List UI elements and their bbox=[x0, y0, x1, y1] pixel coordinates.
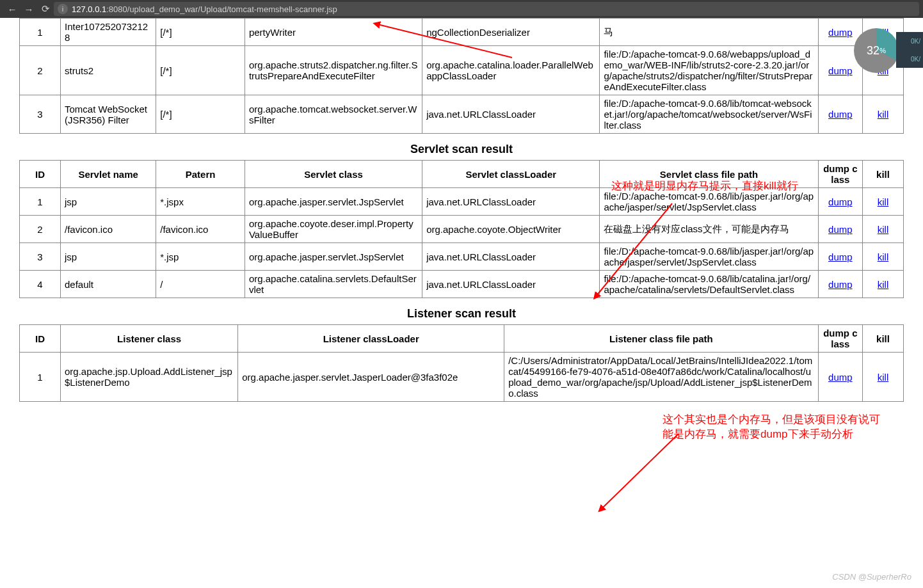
cell-loader: org.apache.catalina.loader.ParallelWebap… bbox=[422, 46, 600, 95]
table-row: 1 Inter1072520732128 [/*] pertyWriter ng… bbox=[20, 19, 904, 46]
cell-loader: org.apache.jasper.servlet.JasperLoader@3… bbox=[238, 353, 504, 402]
col-header: dump class bbox=[818, 161, 862, 188]
cell-kill: kill bbox=[863, 188, 904, 216]
cell-class: org.apache.coyote.deser.impl.PropertyVal… bbox=[245, 216, 422, 243]
table-row: 4 default / org.apache.catalina.servlets… bbox=[20, 271, 904, 298]
network-gauge: 32% bbox=[854, 28, 899, 73]
cell-class: org.apache.jsp.Upload.AddListener_jsp$Li… bbox=[60, 353, 237, 402]
cell-class: pertyWriter bbox=[245, 19, 422, 46]
kill-link[interactable]: kill bbox=[878, 196, 889, 207]
info-icon[interactable]: i bbox=[58, 4, 68, 14]
cell-pattern: [/*] bbox=[156, 46, 245, 95]
speed-indicator: 0K/0K/ bbox=[896, 32, 923, 68]
col-header: Servlet class bbox=[245, 161, 422, 188]
table-row: 3 jsp *.jsp org.apache.jasper.servlet.Js… bbox=[20, 243, 904, 271]
cell-class: org.apache.jasper.servlet.JspServlet bbox=[245, 243, 422, 271]
cell-name: default bbox=[60, 271, 156, 298]
dump-link[interactable]: dump bbox=[828, 224, 853, 235]
cell-path: 马 bbox=[600, 19, 818, 46]
col-header: Listener class bbox=[60, 325, 237, 353]
col-header: Servlet classLoader bbox=[422, 161, 600, 188]
cell-path: file:/D:/apache-tomcat-9.0.68/lib/catali… bbox=[600, 271, 818, 298]
cell-id: 3 bbox=[20, 243, 61, 271]
cell-path: /C:/Users/Administrator/AppData/Local/Je… bbox=[504, 353, 819, 402]
cell-id: 2 bbox=[20, 216, 61, 243]
listener-section-title: Listener scan result bbox=[19, 307, 904, 321]
cell-class: org.apache.struts2.dispatcher.ng.filter.… bbox=[245, 46, 422, 95]
col-header: Patern bbox=[156, 161, 245, 188]
cell-pattern: / bbox=[156, 271, 245, 298]
kill-link[interactable]: kill bbox=[878, 251, 889, 262]
kill-link[interactable]: kill bbox=[878, 279, 889, 290]
cell-path: 在磁盘上没有对应class文件，可能是内存马 bbox=[600, 216, 818, 243]
cell-name: struts2 bbox=[60, 46, 156, 95]
cell-loader: ngCollectionDeserializer bbox=[422, 19, 600, 46]
cell-class: org.apache.tomcat.websocket.server.WsFil… bbox=[245, 95, 422, 134]
col-header: ID bbox=[20, 325, 61, 353]
cell-kill: kill bbox=[863, 95, 904, 134]
forward-button[interactable]: → bbox=[20, 4, 37, 15]
dump-link[interactable]: dump bbox=[828, 251, 853, 262]
cell-id: 4 bbox=[20, 271, 61, 298]
dump-link[interactable]: dump bbox=[828, 196, 853, 207]
cell-dump: dump bbox=[818, 95, 862, 134]
filter-table: 1 Inter1072520732128 [/*] pertyWriter ng… bbox=[19, 18, 904, 134]
address-bar[interactable]: i 127.0.0.1:8080/upload_demo_war/Upload/… bbox=[54, 2, 919, 16]
cell-pattern: [/*] bbox=[156, 19, 245, 46]
dump-link[interactable]: dump bbox=[828, 109, 853, 120]
cell-kill: kill bbox=[863, 271, 904, 298]
cell-dump: dump bbox=[818, 216, 862, 243]
cell-path: file:/D:/apache-tomcat-9.0.68/lib/jasper… bbox=[600, 243, 818, 271]
cell-dump: dump bbox=[818, 353, 862, 402]
table-row: 3 Tomcat WebSocket (JSR356) Filter [/*] … bbox=[20, 95, 904, 134]
dump-link[interactable]: dump bbox=[828, 279, 853, 290]
cell-name: jsp bbox=[60, 243, 156, 271]
kill-link[interactable]: kill bbox=[878, 109, 889, 120]
reload-button[interactable]: ⟳ bbox=[37, 3, 54, 15]
cell-id: 1 bbox=[20, 19, 61, 46]
dump-link[interactable]: dump bbox=[828, 27, 853, 38]
cell-loader: java.net.URLClassLoader bbox=[422, 271, 600, 298]
col-header: Listener classLoader bbox=[238, 325, 504, 353]
browser-toolbar: ← → ⟳ i 127.0.0.1:8080/upload_demo_war/U… bbox=[0, 0, 923, 18]
cell-pattern: /favicon.ico bbox=[156, 216, 245, 243]
cell-name: Inter1072520732128 bbox=[60, 19, 156, 46]
cell-class: org.apache.catalina.servlets.DefaultServ… bbox=[245, 271, 422, 298]
cell-kill: kill bbox=[863, 353, 904, 402]
cell-loader: java.net.URLClassLoader bbox=[422, 95, 600, 134]
cell-path: file:/D:/apache-tomcat-9.0.68/lib/tomcat… bbox=[600, 95, 818, 134]
kill-link[interactable]: kill bbox=[878, 372, 889, 383]
table-row: 1 jsp *.jspx org.apache.jasper.servlet.J… bbox=[20, 188, 904, 216]
servlet-table: IDServlet namePaternServlet classServlet… bbox=[19, 160, 904, 298]
cell-dump: dump bbox=[818, 271, 862, 298]
cell-dump: dump bbox=[818, 243, 862, 271]
cell-kill: kill bbox=[863, 243, 904, 271]
cell-id: 1 bbox=[20, 188, 61, 216]
cell-path: file:/D:/apache-tomcat-9.0.68/webapps/up… bbox=[600, 46, 818, 95]
dump-link[interactable]: dump bbox=[828, 372, 853, 383]
col-header: Listener class file path bbox=[504, 325, 819, 353]
cell-id: 3 bbox=[20, 95, 61, 134]
cell-pattern: [/*] bbox=[156, 95, 245, 134]
cell-kill: kill bbox=[863, 216, 904, 243]
kill-link[interactable]: kill bbox=[878, 224, 889, 235]
col-header: kill bbox=[863, 161, 904, 188]
cell-loader: java.net.URLClassLoader bbox=[422, 188, 600, 216]
cell-loader: org.apache.coyote.ObjectWriter bbox=[422, 216, 600, 243]
servlet-section-title: Servlet scan result bbox=[19, 143, 904, 156]
listener-table: IDListener classListener classLoaderList… bbox=[19, 324, 904, 402]
url-text: 127.0.0.1:8080/upload_demo_war/Upload/to… bbox=[72, 4, 337, 14]
cell-loader: java.net.URLClassLoader bbox=[422, 243, 600, 271]
col-header: kill bbox=[863, 325, 904, 353]
cell-pattern: *.jsp bbox=[156, 243, 245, 271]
col-header: ID bbox=[20, 161, 61, 188]
back-button[interactable]: ← bbox=[4, 4, 20, 15]
table-row: 1 org.apache.jsp.Upload.AddListener_jsp$… bbox=[20, 353, 904, 402]
table-row: 2 /favicon.ico /favicon.ico org.apache.c… bbox=[20, 216, 904, 243]
cell-pattern: *.jspx bbox=[156, 188, 245, 216]
col-header: dump class bbox=[818, 325, 862, 353]
col-header: Servlet class file path bbox=[600, 161, 818, 188]
cell-class: org.apache.jasper.servlet.JspServlet bbox=[245, 188, 422, 216]
dump-link[interactable]: dump bbox=[828, 65, 853, 76]
cell-name: Tomcat WebSocket (JSR356) Filter bbox=[60, 95, 156, 134]
